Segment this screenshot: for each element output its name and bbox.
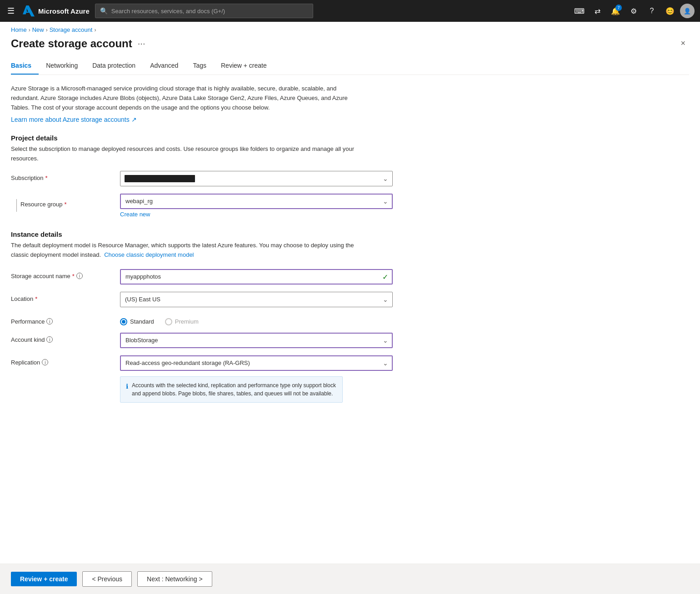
rg-connector-line xyxy=(16,199,17,212)
bottom-bar: Review + create < Previous Next : Networ… xyxy=(0,564,700,594)
performance-premium-radio[interactable] xyxy=(165,318,172,325)
directory-button[interactable]: ⇄ xyxy=(589,3,605,19)
review-create-button[interactable]: Review + create xyxy=(11,572,77,586)
resource-group-label: Resource group * xyxy=(20,201,67,208)
page-title-row: Create storage account ··· xyxy=(11,37,145,50)
breadcrumb-new[interactable]: New xyxy=(32,26,44,33)
instance-details-title: Instance details xyxy=(11,230,689,238)
search-icon: 🔍 xyxy=(100,7,108,15)
replication-label: Replication i xyxy=(11,355,120,366)
search-input[interactable] xyxy=(111,8,308,15)
location-required: * xyxy=(35,295,37,302)
page-title: Create storage account xyxy=(11,37,132,50)
account-kind-row: Account kind i BlobStorage xyxy=(11,333,393,348)
account-kind-select[interactable]: BlobStorage xyxy=(120,333,393,348)
directory-icon: ⇄ xyxy=(595,7,600,15)
replication-row: Replication i Read-access geo-redundant … xyxy=(11,355,393,403)
location-row: Location * (US) East US xyxy=(11,292,393,307)
performance-premium-label: Premium xyxy=(175,318,199,325)
user-avatar[interactable]: 👤 xyxy=(680,4,695,18)
gear-icon: ⚙ xyxy=(630,7,637,15)
rg-indent: Resource group * xyxy=(11,194,120,212)
location-label: Location * xyxy=(11,292,120,302)
resource-group-select[interactable]: webapi_rg xyxy=(120,194,393,209)
cloud-shell-icon: ⌨ xyxy=(574,7,585,15)
location-select[interactable]: (US) East US xyxy=(120,292,393,307)
performance-standard-option[interactable]: Standard xyxy=(120,318,154,325)
close-button[interactable]: × xyxy=(677,37,689,50)
learn-more-text: Learn more about Azure storage accounts xyxy=(11,116,130,123)
breadcrumb-sep-3: › xyxy=(94,27,96,33)
storage-account-name-label: Storage account name * i xyxy=(11,269,120,280)
location-select-wrapper: (US) East US xyxy=(120,292,393,307)
content-area: Basics Networking Data protection Advanc… xyxy=(0,57,700,564)
san-info-icon[interactable]: i xyxy=(76,273,83,279)
azure-logo-icon xyxy=(22,5,35,17)
subscription-select-wrapper xyxy=(120,171,393,186)
subscription-select[interactable] xyxy=(120,171,393,186)
learn-more-link[interactable]: Learn more about Azure storage accounts … xyxy=(11,116,137,123)
help-button[interactable]: ? xyxy=(644,3,660,19)
feedback-button[interactable]: 😊 xyxy=(662,3,678,19)
hamburger-menu[interactable]: ☰ xyxy=(5,4,16,18)
tab-tags[interactable]: Tags xyxy=(185,57,214,75)
account-kind-label: Account kind i xyxy=(11,333,120,343)
tabs: Basics Networking Data protection Advanc… xyxy=(11,57,689,75)
tab-basics[interactable]: Basics xyxy=(11,57,39,75)
replication-info-container: ℹ Accounts with the selected kind, repli… xyxy=(120,374,343,403)
tab-review-create[interactable]: Review + create xyxy=(214,57,274,75)
breadcrumb: Home › New › Storage account › xyxy=(0,22,700,35)
resource-group-control: webapi_rg Create new xyxy=(120,194,393,218)
bottom-spacer xyxy=(11,410,689,446)
breadcrumb-home[interactable]: Home xyxy=(11,26,27,33)
external-link-icon: ↗ xyxy=(131,116,137,123)
avatar-icon: 👤 xyxy=(684,8,691,15)
performance-premium-option[interactable]: Premium xyxy=(165,318,199,325)
replication-info-text: Accounts with the selected kind, replica… xyxy=(132,381,337,398)
cloud-shell-button[interactable]: ⌨ xyxy=(571,3,587,19)
subscription-control xyxy=(120,171,393,186)
storage-account-name-input[interactable] xyxy=(120,269,393,285)
settings-button[interactable]: ⚙ xyxy=(625,3,642,19)
tab-advanced[interactable]: Advanced xyxy=(143,57,185,75)
previous-button[interactable]: < Previous xyxy=(82,571,132,587)
replication-select[interactable]: Read-access geo-redundant storage (RA-GR… xyxy=(120,355,393,371)
replication-info-icon[interactable]: i xyxy=(42,359,48,365)
page-menu-dots[interactable]: ··· xyxy=(138,38,145,49)
account-kind-select-wrapper: BlobStorage xyxy=(120,333,393,348)
performance-row: Performance i Standard Premium xyxy=(11,314,393,325)
topbar-icons: ⌨ ⇄ 🔔 7 ⚙ ? 😊 👤 xyxy=(571,3,695,19)
account-kind-info-icon[interactable]: i xyxy=(46,336,53,343)
create-new-rg-link[interactable]: Create new xyxy=(120,211,150,218)
performance-standard-radio[interactable] xyxy=(120,318,127,325)
info-box-icon: ℹ xyxy=(126,382,128,398)
performance-info-icon[interactable]: i xyxy=(46,318,53,324)
tab-data-protection[interactable]: Data protection xyxy=(85,57,143,75)
storage-account-name-valid-icon: ✓ xyxy=(382,272,388,281)
tab-networking[interactable]: Networking xyxy=(39,57,85,75)
san-required: * xyxy=(72,273,75,280)
instance-details-description: The default deployment model is Resource… xyxy=(11,241,356,260)
performance-label: Performance i xyxy=(11,314,120,325)
replication-control: Read-access geo-redundant storage (RA-GR… xyxy=(120,355,393,371)
performance-control: Standard Premium xyxy=(120,314,393,325)
resource-group-row: Resource group * webapi_rg Create new xyxy=(11,194,393,218)
project-details-title: Project details xyxy=(11,134,689,142)
classic-deployment-link[interactable]: Choose classic deployment model xyxy=(104,251,194,258)
help-icon: ? xyxy=(650,7,654,15)
topbar: ☰ Microsoft Azure 🔍 ⌨ ⇄ 🔔 7 ⚙ ? 😊 👤 xyxy=(0,0,700,22)
storage-account-name-wrapper: ✓ xyxy=(120,269,393,285)
project-details-description: Select the subscription to manage deploy… xyxy=(11,145,356,164)
performance-standard-label: Standard xyxy=(130,318,154,325)
search-bar[interactable]: 🔍 xyxy=(95,4,313,18)
next-button[interactable]: Next : Networking > xyxy=(137,571,212,587)
breadcrumb-sep-2: › xyxy=(46,27,48,33)
replication-info-box: ℹ Accounts with the selected kind, repli… xyxy=(120,376,343,403)
replication-row-inner: Replication i Read-access geo-redundant … xyxy=(11,355,393,371)
page-header: Create storage account ··· × xyxy=(0,35,700,57)
breadcrumb-storage-account[interactable]: Storage account xyxy=(50,26,93,33)
subscription-row: Subscription * xyxy=(11,171,393,186)
notifications-button[interactable]: 🔔 7 xyxy=(607,3,624,19)
logo-text: Microsoft Azure xyxy=(38,7,90,15)
subscription-label: Subscription * xyxy=(11,171,120,181)
